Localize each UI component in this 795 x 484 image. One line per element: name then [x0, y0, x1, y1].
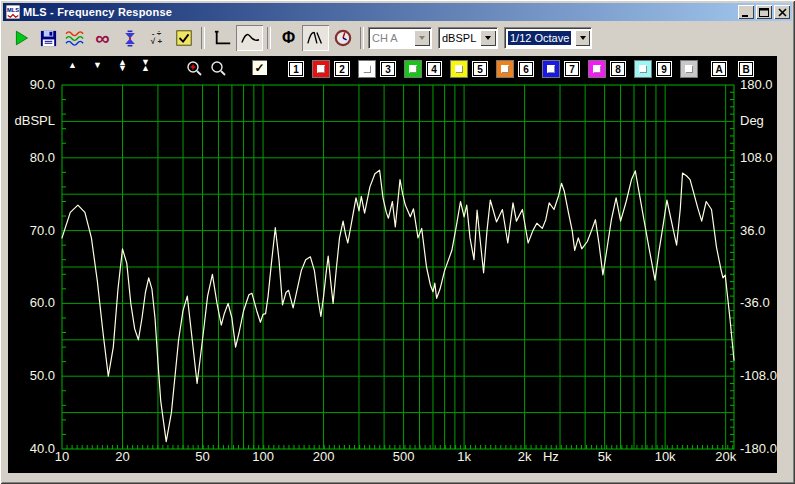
- compress-range-button[interactable]: ▼▲: [141, 59, 150, 71]
- svg-text:-180.0: -180.0: [740, 441, 777, 456]
- shift-up-button[interactable]: ▲: [68, 62, 77, 68]
- y-right-axis-title: Deg: [740, 113, 764, 128]
- phase-button[interactable]: Φ: [275, 25, 302, 51]
- curve-7-color-box[interactable]: [589, 61, 605, 77]
- svg-text:70.0: 70.0: [30, 223, 55, 238]
- app-icon: MLS: [6, 5, 20, 19]
- play-icon: [13, 29, 30, 47]
- y-left-axis-title: dBSPL: [15, 113, 55, 128]
- chevron-down-icon[interactable]: [575, 30, 590, 46]
- overlay-curves-button[interactable]: [62, 25, 89, 51]
- zoom-in-icon: [186, 60, 203, 77]
- units-value: dBSPL: [439, 32, 479, 44]
- svg-text:80.0: 80.0: [30, 150, 55, 165]
- smoothing-select[interactable]: 1/12 Octave: [504, 27, 592, 49]
- memory-b-button[interactable]: B: [739, 62, 753, 76]
- chevron-down-icon[interactable]: [480, 30, 496, 46]
- svg-text:MLS: MLS: [7, 7, 19, 13]
- svg-text:50.0: 50.0: [30, 368, 55, 383]
- toolbar-separator: [267, 27, 271, 49]
- toolbar: ∞ - ÷ √ +: [3, 22, 792, 54]
- channel-value: CH A: [369, 32, 413, 44]
- zoom-out-button[interactable]: [210, 60, 227, 81]
- magnitude-curve-icon: [240, 29, 260, 47]
- svg-text:10: 10: [55, 449, 69, 464]
- time-gate-button[interactable]: [329, 25, 356, 51]
- curve-3-color-box[interactable]: [405, 61, 421, 77]
- plot-client-area: 90.080.070.060.050.040.0dBSPL180.0108.03…: [8, 56, 777, 473]
- curve-9-button[interactable]: 9: [657, 62, 671, 76]
- plot-grid: [62, 85, 734, 449]
- frequency-response-plot[interactable]: 90.080.070.060.050.040.0dBSPL180.0108.03…: [8, 56, 777, 473]
- clock-icon: [334, 29, 352, 47]
- floppy-disk-icon: [39, 29, 58, 48]
- curve-5-button[interactable]: 5: [473, 62, 487, 76]
- curve-5-color-box[interactable]: [497, 61, 513, 77]
- impulse-response-button[interactable]: [209, 25, 236, 51]
- curve-1-color-box[interactable]: [313, 61, 329, 77]
- svg-text:-36.0: -36.0: [740, 295, 770, 310]
- mls-window: MLS MLS - Frequency Response: [0, 0, 795, 484]
- checklist-icon: [175, 29, 193, 47]
- svg-text:20k: 20k: [715, 449, 736, 464]
- magnitude-response-button[interactable]: [236, 25, 263, 51]
- svg-text:10k: 10k: [655, 449, 676, 464]
- zoom-in-button[interactable]: [186, 60, 203, 81]
- svg-text:60.0: 60.0: [30, 295, 55, 310]
- check-icon: ✓: [254, 61, 264, 75]
- save-button[interactable]: [35, 25, 62, 51]
- curve-8-button[interactable]: 8: [611, 62, 625, 76]
- show-current-curve-checkbox[interactable]: ✓: [252, 60, 267, 75]
- loop-button[interactable]: ∞: [89, 25, 116, 51]
- x-axis-unit-label: Hz: [543, 449, 559, 464]
- svg-text:100: 100: [252, 449, 274, 464]
- svg-text:2k: 2k: [518, 449, 532, 464]
- expand-range-button[interactable]: ▲▼: [118, 59, 127, 71]
- svg-text:200: 200: [313, 449, 335, 464]
- generator-icon: [122, 29, 138, 48]
- group-delay-button[interactable]: [302, 25, 329, 51]
- curve-2-button[interactable]: 2: [335, 62, 349, 76]
- curve-4-color-box[interactable]: [451, 61, 467, 77]
- close-icon: [778, 8, 787, 17]
- svg-text:36.0: 36.0: [740, 223, 765, 238]
- svg-text:-108.0: -108.0: [740, 368, 777, 383]
- chevron-down-icon[interactable]: [414, 30, 430, 46]
- phase-phi-icon: Φ: [282, 29, 295, 47]
- svg-text:40.0: 40.0: [30, 441, 55, 456]
- curve-2-color-box[interactable]: [359, 61, 375, 77]
- close-button[interactable]: [774, 5, 790, 19]
- channel-select[interactable]: CH A: [368, 27, 432, 49]
- shift-down-button[interactable]: ▼: [93, 62, 102, 68]
- scale-calculator-button[interactable]: - ÷ √ +: [143, 25, 170, 51]
- units-select[interactable]: dBSPL: [438, 27, 498, 49]
- titlebar[interactable]: MLS MLS - Frequency Response: [3, 3, 792, 21]
- svg-text:50: 50: [195, 449, 209, 464]
- step-response-icon: [213, 29, 233, 47]
- curve-6-button[interactable]: 6: [519, 62, 533, 76]
- curve-4-button[interactable]: 4: [427, 62, 441, 76]
- colored-waves-icon: [65, 29, 86, 48]
- signal-generator-button[interactable]: [116, 25, 143, 51]
- frequency-response-curve: [62, 170, 734, 442]
- svg-text:108.0: 108.0: [740, 150, 773, 165]
- curve-7-button[interactable]: 7: [565, 62, 579, 76]
- minimize-icon: [741, 8, 751, 17]
- curve-9-color-box[interactable]: [681, 61, 697, 77]
- maximize-icon: [759, 8, 769, 17]
- wrapped-phase-icon: [306, 29, 326, 47]
- curve-8-color-box[interactable]: [635, 61, 651, 77]
- curve-3-button[interactable]: 3: [381, 62, 395, 76]
- maximize-button[interactable]: [756, 5, 772, 19]
- svg-text:1k: 1k: [457, 449, 471, 464]
- calculator-icon: - ÷ √ +: [151, 30, 162, 46]
- toolbar-separator: [360, 27, 364, 49]
- curve-6-color-box[interactable]: [543, 61, 559, 77]
- minimize-button[interactable]: [738, 5, 754, 19]
- svg-text:5k: 5k: [598, 449, 612, 464]
- curve-1-button[interactable]: 1: [289, 62, 303, 76]
- memory-a-button[interactable]: A: [712, 62, 726, 76]
- run-measurement-button[interactable]: [8, 25, 35, 51]
- zoom-out-icon: [210, 60, 227, 77]
- setup-checklist-button[interactable]: [170, 25, 197, 51]
